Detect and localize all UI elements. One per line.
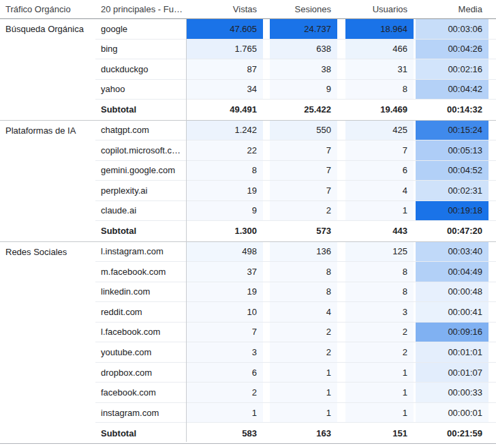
metric-cell[interactable]: 4 — [263, 302, 339, 322]
row-label-cell[interactable]: youtube.com — [95, 342, 186, 362]
metric-cell[interactable]: 8 — [186, 161, 263, 181]
metric-cell[interactable]: 00:47:20 — [414, 221, 496, 241]
table-row[interactable]: l.facebook.com72200:09:16 — [95, 323, 496, 343]
metric-cell[interactable]: 125 — [339, 242, 414, 262]
table-row[interactable]: copilot.microsoft.c…227700:05:13 — [95, 140, 496, 161]
row-label-cell[interactable]: google — [95, 19, 186, 39]
metric-cell[interactable]: 3 — [339, 302, 414, 322]
metric-cell[interactable]: 9 — [263, 80, 339, 100]
row-label-cell[interactable]: yahoo — [95, 80, 186, 100]
table-row[interactable]: instagram.com11100:00:01 — [95, 403, 496, 423]
metric-cell[interactable]: 638 — [263, 40, 339, 59]
row-label-cell[interactable]: claude.ai — [95, 201, 186, 221]
metric-cell[interactable]: 00:05:13 — [414, 140, 496, 160]
metric-cell[interactable]: 19.469 — [339, 100, 414, 120]
metric-cell[interactable]: 00:04:49 — [414, 262, 496, 282]
metric-cell[interactable]: 1 — [263, 403, 339, 423]
metric-cell[interactable]: 38 — [263, 59, 339, 79]
metric-cell[interactable]: 00:04:52 — [414, 161, 496, 181]
subtotal-row[interactable]: Subtotal1.30057344300:47:20 — [95, 221, 496, 241]
metric-cell[interactable]: 10 — [186, 302, 263, 322]
metric-cell[interactable]: 49.491 — [186, 100, 263, 120]
metric-cell[interactable]: 7 — [263, 161, 339, 181]
metric-cell[interactable]: 00:15:24 — [414, 121, 496, 140]
metric-cell[interactable]: 8 — [339, 262, 414, 282]
metric-cell[interactable]: 425 — [339, 121, 414, 140]
metric-cell[interactable]: 1.765 — [186, 40, 263, 59]
table-row[interactable]: dropbox.com61100:01:07 — [95, 363, 496, 383]
metric-cell[interactable]: 7 — [263, 140, 339, 160]
table-row[interactable]: youtube.com32200:01:01 — [95, 342, 496, 363]
metric-cell[interactable]: 34 — [186, 80, 263, 100]
metric-cell[interactable]: 3 — [186, 342, 263, 362]
metric-cell[interactable]: 25.422 — [263, 100, 339, 120]
metric-cell[interactable]: 466 — [339, 40, 414, 59]
metric-cell[interactable]: 1.300 — [186, 221, 263, 241]
row-label-cell[interactable]: l.facebook.com — [95, 323, 186, 342]
metric-cell[interactable]: 6 — [339, 161, 414, 181]
row-label-cell[interactable]: copilot.microsoft.c… — [95, 140, 186, 160]
metric-cell[interactable]: 00:02:16 — [414, 59, 496, 79]
table-row[interactable]: reddit.com104300:00:41 — [95, 302, 496, 323]
metric-cell[interactable]: 00:14:32 — [414, 100, 496, 120]
table-row[interactable]: linkedin.com198800:00:48 — [95, 282, 496, 303]
metric-cell[interactable]: 6 — [186, 363, 263, 383]
table-row[interactable]: chatgpt.com1.24255042500:15:24 — [95, 121, 496, 141]
table-row[interactable]: google47.60524.73718.96400:03:06 — [95, 19, 496, 40]
metric-cell[interactable]: 19 — [186, 282, 263, 302]
column-header-sesiones[interactable]: Sesiones — [263, 0, 339, 18]
metric-cell[interactable]: 443 — [339, 221, 414, 241]
metric-cell[interactable]: 87 — [186, 59, 263, 79]
metric-cell[interactable]: 00:03:40 — [414, 242, 496, 262]
table-row[interactable]: gemini.google.com87600:04:52 — [95, 161, 496, 181]
metric-cell[interactable]: 19 — [186, 181, 263, 200]
row-label-cell[interactable]: chatgpt.com — [95, 121, 186, 140]
column-header-20-principales[interactable]: 20 principales - Fu… — [95, 0, 186, 18]
metric-cell[interactable]: 583 — [186, 423, 263, 443]
table-row[interactable]: duckduckgo87383100:02:16 — [95, 59, 496, 80]
table-row[interactable]: m.facebook.com378800:04:49 — [95, 262, 496, 282]
metric-cell[interactable]: 8 — [263, 282, 339, 302]
metric-cell[interactable]: 8 — [263, 262, 339, 282]
metric-cell[interactable]: 7 — [263, 181, 339, 200]
metric-cell[interactable]: 4 — [339, 181, 414, 200]
table-row[interactable]: l.instagram.com49813612500:03:40 — [95, 242, 496, 263]
metric-cell[interactable]: 8 — [339, 282, 414, 302]
metric-cell[interactable]: 2 — [339, 323, 414, 342]
row-label-cell[interactable]: l.instagram.com — [95, 242, 186, 262]
metric-cell[interactable]: 7 — [186, 323, 263, 342]
metric-cell[interactable]: 24.737 — [263, 19, 339, 39]
subtotal-row[interactable]: Subtotal58316315100:21:59 — [95, 423, 496, 443]
metric-cell[interactable]: 2 — [263, 323, 339, 342]
column-header-vistas[interactable]: Vistas — [186, 0, 263, 18]
metric-cell[interactable]: 00:09:16 — [414, 323, 496, 342]
metric-cell[interactable]: 47.605 — [186, 19, 263, 39]
row-label-cell[interactable]: duckduckgo — [95, 59, 186, 79]
metric-cell[interactable]: 2 — [339, 342, 414, 362]
table-row[interactable]: facebook.com21100:00:33 — [95, 383, 496, 403]
metric-cell[interactable]: 1 — [339, 363, 414, 383]
metric-cell[interactable]: 00:01:01 — [414, 342, 496, 362]
table-row[interactable]: yahoo349800:04:42 — [95, 80, 496, 100]
row-label-cell[interactable]: reddit.com — [95, 302, 186, 322]
metric-cell[interactable]: 1.242 — [186, 121, 263, 140]
column-header-usuarios[interactable]: Usuarios — [339, 0, 414, 18]
metric-cell[interactable]: 31 — [339, 59, 414, 79]
metric-cell[interactable]: 00:02:31 — [414, 181, 496, 200]
row-label-cell[interactable]: bing — [95, 40, 186, 59]
row-label-cell[interactable]: Subtotal — [95, 221, 186, 241]
metric-cell[interactable]: 573 — [263, 221, 339, 241]
metric-cell[interactable]: 00:01:07 — [414, 363, 496, 383]
row-label-cell[interactable]: instagram.com — [95, 403, 186, 423]
metric-cell[interactable]: 1 — [339, 383, 414, 402]
metric-cell[interactable]: 37 — [186, 262, 263, 282]
metric-cell[interactable]: 136 — [263, 242, 339, 262]
metric-cell[interactable]: 00:00:01 — [414, 403, 496, 423]
metric-cell[interactable]: 2 — [186, 383, 263, 402]
metric-cell[interactable]: 1 — [263, 383, 339, 402]
metric-cell[interactable]: 00:04:26 — [414, 40, 496, 59]
metric-cell[interactable]: 2 — [263, 342, 339, 362]
metric-cell[interactable]: 00:00:48 — [414, 282, 496, 302]
metric-cell[interactable]: 1 — [339, 201, 414, 221]
metric-cell[interactable]: 163 — [263, 423, 339, 443]
